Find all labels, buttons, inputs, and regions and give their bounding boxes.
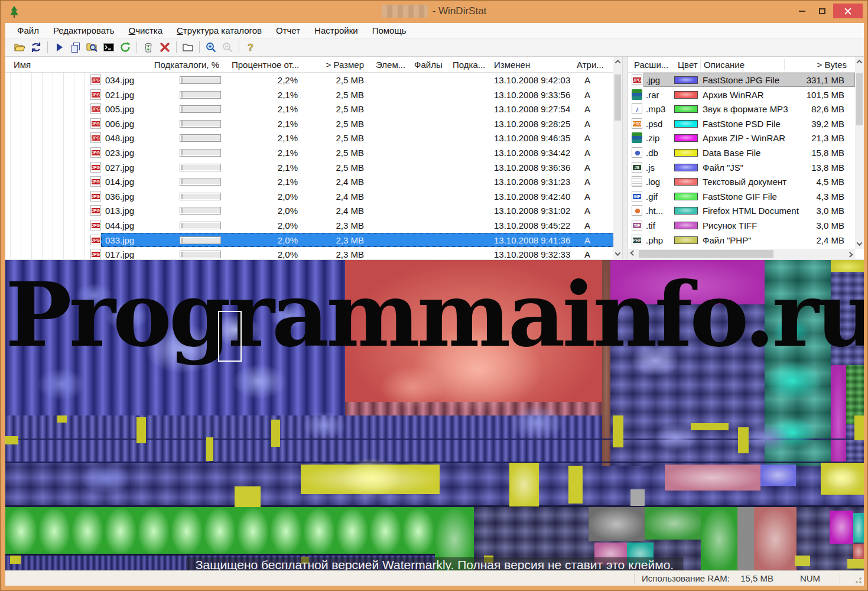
extension-row[interactable]: PHP.phpФайл "PHP"2,4 MB xyxy=(628,233,855,248)
col-description[interactable]: Описание xyxy=(704,57,745,73)
treemap-patch xyxy=(847,559,864,569)
help-button[interactable] xyxy=(242,40,259,55)
col-files[interactable]: Файлы xyxy=(414,57,443,73)
close-button[interactable] xyxy=(833,4,863,18)
col-percent[interactable]: Процентное от... xyxy=(232,57,299,73)
extension-row[interactable]: .logТекстовый документ4,5 MB xyxy=(628,174,855,189)
file-row[interactable]: JPG013.jpg2,0%2,4 MB13.10.2008 9:31:02A xyxy=(5,203,613,218)
close-icon xyxy=(844,7,852,15)
maximize-button[interactable] xyxy=(813,4,831,18)
scroll-down-arrow[interactable] xyxy=(855,239,864,249)
scroll-up-arrow[interactable] xyxy=(855,57,864,67)
extension-row[interactable]: .zipАрхив ZIP - WinRAR21,3 MB xyxy=(628,131,855,145)
subdirs-percent-bar xyxy=(180,207,221,215)
zoom-in-button[interactable] xyxy=(203,40,219,55)
extension-description: FastStone PSD File xyxy=(703,116,781,131)
col-modified[interactable]: Изменен xyxy=(494,57,530,73)
file-row[interactable]: JPG006.jpg2,1%2,5 MB13.10.2008 9:28:25A xyxy=(5,116,613,131)
file-size: 2,5 MB xyxy=(298,145,364,160)
extension-description: Звук в формате MP3 xyxy=(703,102,788,116)
menu-report[interactable]: Отчет xyxy=(269,24,307,37)
rar-file-icon xyxy=(632,89,642,100)
col-name[interactable]: Имя xyxy=(14,57,31,73)
scroll-thumb[interactable] xyxy=(615,74,621,121)
scroll-thumb[interactable] xyxy=(856,73,863,125)
scroll-right-arrow[interactable] xyxy=(845,249,855,259)
file-row[interactable]: JPG044.jpg2,0%2,3 MB13.10.2008 9:45:22A xyxy=(5,218,613,233)
extension-row[interactable]: .ht...Firefox HTML Document3,0 MB xyxy=(628,203,855,218)
file-row[interactable]: JPG014.jpg2,1%2,4 MB13.10.2008 9:31:23A xyxy=(5,174,613,189)
file-row[interactable]: JPG034.jpg2,2%2,5 MB13.10.2008 9:42:03A xyxy=(5,73,613,87)
extension-row[interactable]: GIF.gifFastStone GIF File4,3 MB xyxy=(628,189,855,204)
col-extension[interactable]: Расши... xyxy=(634,57,668,73)
resize-grip[interactable] xyxy=(854,576,862,584)
file-row[interactable]: JPG036.jpg2,0%2,4 MB13.10.2008 9:42:40A xyxy=(5,189,613,204)
treemap-canvas[interactable]: Programmainfo.ru Защищено бесплатной вер… xyxy=(5,260,864,571)
file-size: 2,5 MB xyxy=(298,102,364,116)
file-row[interactable]: JPG023.jpg2,1%2,5 MB13.10.2008 9:34:42A xyxy=(5,145,613,160)
file-row[interactable]: JPG005.jpg2,1%2,5 MB13.10.2008 9:27:54A xyxy=(5,102,613,116)
color-swatch xyxy=(674,236,698,244)
extension-row[interactable]: JS.jsФайл "JS"13,8 MB xyxy=(628,160,855,175)
treemap-patch xyxy=(737,507,755,571)
extension-row[interactable]: PSD.psdFastStone PSD File39,2 MB xyxy=(628,116,855,131)
menu-file[interactable]: Файл xyxy=(10,24,46,37)
col-size[interactable]: > Размер xyxy=(301,57,364,73)
resume-button[interactable] xyxy=(51,40,67,55)
delete-button[interactable] xyxy=(157,40,173,55)
file-row[interactable]: JPG033.jpg2,0%2,3 MB13.10.2008 9:41:36A xyxy=(5,233,613,248)
open-button[interactable] xyxy=(11,40,28,55)
color-swatch xyxy=(674,120,698,128)
menu-edit[interactable]: Редактировать xyxy=(46,24,122,37)
extension-row[interactable]: TIF.tifРисунок TIFF3,0 MB xyxy=(628,218,855,233)
color-swatch xyxy=(674,149,698,157)
extension-row[interactable]: ♪.mp3Звук в формате MP382,6 MB xyxy=(628,102,855,116)
extension-hscrollbar[interactable] xyxy=(628,249,855,259)
extension-vscrollbar[interactable] xyxy=(855,57,864,249)
menu-cleanup[interactable]: Очистка xyxy=(122,24,170,37)
scroll-thumb[interactable] xyxy=(639,250,773,258)
menu-help[interactable]: Помощь xyxy=(365,24,414,37)
scroll-left-arrow[interactable] xyxy=(628,249,638,259)
extension-row[interactable]: .dbData Base File15,8 MB xyxy=(628,145,855,160)
scroll-up-arrow[interactable] xyxy=(613,57,622,67)
col-attributes[interactable]: Атри... xyxy=(577,57,604,73)
file-row[interactable]: JPG048.jpg2,1%2,5 MB13.10.2008 9:46:35A xyxy=(5,131,613,145)
extension-row[interactable]: .rarАрхив WinRAR101,5 MB xyxy=(628,87,855,102)
attributes: A xyxy=(576,87,599,102)
file-row[interactable]: JPG017.jpg2,0%2,3 MB13.10.2008 9:32:33A xyxy=(5,247,613,259)
delete-x-icon xyxy=(159,41,171,53)
col-color[interactable]: Цвет xyxy=(678,57,698,73)
open-item-button[interactable] xyxy=(180,40,196,55)
recycle-bin-button[interactable] xyxy=(140,40,157,55)
col-bytes[interactable]: > Bytes xyxy=(788,57,847,73)
panel-splitter[interactable] xyxy=(622,57,628,259)
jpg-file-icon: JPG xyxy=(90,162,101,173)
menu-treemap[interactable]: Структура каталогов xyxy=(170,24,269,37)
explorer-here-button[interactable] xyxy=(84,40,100,55)
file-name: 036.jpg xyxy=(105,189,134,204)
modified-date: 13.10.2008 9:31:23 xyxy=(494,174,570,189)
subdirs-percent-bar xyxy=(180,164,221,171)
col-subdirs2[interactable]: Подка... xyxy=(453,57,485,73)
percent-of-parent: 2,1% xyxy=(230,87,298,102)
refresh-selected-button[interactable] xyxy=(117,40,134,55)
watermark-text: Programmainfo.ru xyxy=(5,264,864,366)
file-row[interactable]: JPG027.jpg2,1%2,5 MB13.10.2008 9:36:36A xyxy=(5,160,613,175)
refresh-all-button[interactable] xyxy=(28,40,44,55)
col-subdirs[interactable]: Подкаталоги, % xyxy=(94,57,219,73)
extension-name: .rar xyxy=(646,87,659,102)
menu-options[interactable]: Настройки xyxy=(307,24,365,37)
menubar: ФайлРедактироватьОчисткаСтруктура катало… xyxy=(5,23,864,38)
zoom-out-button[interactable] xyxy=(219,40,236,55)
minimize-button[interactable] xyxy=(793,4,811,18)
file-size: 2,5 MB xyxy=(298,116,364,131)
col-items[interactable]: Элем... xyxy=(376,57,405,73)
scroll-down-arrow[interactable] xyxy=(613,249,622,259)
extension-row[interactable]: JPG.jpgFastStone JPG File331,1 MB xyxy=(628,73,855,87)
extension-description: Рисунок TIFF xyxy=(703,218,757,233)
command-prompt-button[interactable] xyxy=(100,40,117,55)
copy-button[interactable] xyxy=(67,40,84,55)
file-row[interactable]: JPG021.jpg2,1%2,5 MB13.10.2008 9:33:56A xyxy=(5,87,613,102)
file-list-vscrollbar[interactable] xyxy=(613,57,622,259)
